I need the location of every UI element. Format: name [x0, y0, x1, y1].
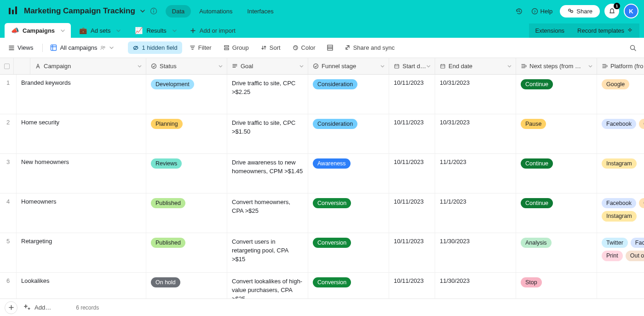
tab-data[interactable]: Data: [166, 5, 191, 18]
history-icon[interactable]: [512, 4, 527, 18]
cell-start-date[interactable]: 10/11/2023: [389, 75, 435, 114]
cell-campaign[interactable]: Homeowners: [17, 193, 146, 233]
select-all-checkbox[interactable]: [0, 58, 14, 74]
share-sync-button[interactable]: Share and sync: [340, 41, 399, 54]
views-menu-button[interactable]: Views: [5, 41, 37, 54]
cell-start-date[interactable]: 10/11/2023: [389, 273, 435, 298]
chevron-down-icon[interactable]: [137, 64, 142, 69]
sort-button[interactable]: Sort: [256, 41, 285, 54]
search-button[interactable]: [627, 41, 639, 54]
share-button[interactable]: Share: [560, 5, 600, 18]
cell-start-date[interactable]: 10/11/2023: [389, 154, 435, 193]
cell-funnel[interactable]: Consideration: [308, 75, 389, 114]
cell-campaign[interactable]: Branded keywords: [17, 75, 146, 114]
cell-platform[interactable]: Instagram: [597, 154, 644, 193]
cell-platform[interactable]: TwitterFacelPrintOut of h: [597, 233, 644, 272]
column-end-date[interactable]: End date: [435, 58, 516, 74]
cell-next-steps[interactable]: Continue: [516, 75, 597, 114]
table-tab-ad-sets[interactable]: 💼Ad sets: [73, 23, 126, 38]
table-tab-campaigns[interactable]: 📣Campaigns: [5, 23, 71, 38]
cell-status[interactable]: On hold: [146, 273, 227, 298]
cell-goal[interactable]: Convert homeowners, CPA >$25: [227, 193, 308, 233]
filter-button[interactable]: Filter: [185, 41, 216, 54]
table-row[interactable]: 4HomeownersPublishedConvert homeowners, …: [0, 193, 644, 233]
table-row[interactable]: 6LookalikesOn holdConvert lookalikes of …: [0, 273, 644, 298]
cell-end-date[interactable]: 11/1/2023: [435, 193, 516, 233]
row-height-button[interactable]: [323, 41, 337, 54]
cell-end-date[interactable]: 11/30/2023: [435, 233, 516, 272]
cell-next-steps[interactable]: Continue: [516, 154, 597, 193]
cell-next-steps[interactable]: Continue: [516, 193, 597, 233]
cell-status[interactable]: Development: [146, 75, 227, 114]
avatar[interactable]: K: [624, 4, 638, 18]
cell-next-steps[interactable]: Pause: [516, 114, 597, 153]
cell-campaign[interactable]: Home security: [17, 114, 146, 153]
tab-automations[interactable]: Automations: [193, 5, 239, 18]
cell-funnel[interactable]: Conversion: [308, 273, 389, 298]
column-next-steps[interactable]: Next steps (from …: [516, 58, 597, 74]
column-funnel[interactable]: Funnel stage: [308, 58, 389, 74]
cell-status[interactable]: Published: [146, 233, 227, 272]
chevron-down-icon[interactable]: [426, 64, 431, 69]
table-tab-results[interactable]: 📈Results: [128, 23, 182, 38]
cell-goal[interactable]: Drive awareness to new homeowners, CPM >…: [227, 154, 308, 193]
cell-goal[interactable]: Drive traffic to site, CPC >$1.50: [227, 114, 308, 153]
cell-campaign[interactable]: Retargeting: [17, 233, 146, 272]
cell-status[interactable]: Planning: [146, 114, 227, 153]
cell-goal[interactable]: Convert lookalikes of high-value purchas…: [227, 273, 308, 298]
cell-funnel[interactable]: Conversion: [308, 193, 389, 233]
column-campaign[interactable]: Campaign: [30, 58, 146, 74]
chevron-down-icon[interactable]: [116, 28, 121, 33]
table-row[interactable]: 3New homeownersReviewsDrive awareness to…: [0, 154, 644, 193]
hidden-fields-button[interactable]: 1 hidden field: [128, 41, 182, 54]
cell-end-date[interactable]: 10/31/2023: [435, 75, 516, 114]
help-button[interactable]: ? Help: [531, 8, 553, 15]
cell-status[interactable]: Reviews: [146, 154, 227, 193]
group-button[interactable]: Group: [219, 41, 253, 54]
chevron-down-icon[interactable]: [380, 64, 385, 69]
cell-goal[interactable]: Drive traffic to site, CPC >$2.25: [227, 75, 308, 114]
chevron-down-icon[interactable]: [507, 64, 512, 69]
cell-campaign[interactable]: New homeowners: [17, 154, 146, 193]
add-or-import-button[interactable]: Add or import: [184, 23, 241, 38]
table-row[interactable]: 2Home securityPlanningDrive traffic to s…: [0, 114, 644, 154]
cell-next-steps[interactable]: Stop: [516, 273, 597, 298]
table-row[interactable]: 1Branded keywordsDevelopmentDrive traffi…: [0, 75, 644, 114]
color-button[interactable]: Color: [288, 41, 320, 54]
cell-platform[interactable]: FacebookGo: [597, 114, 644, 153]
column-goal[interactable]: Goal: [227, 58, 308, 74]
cell-start-date[interactable]: 10/11/2023: [389, 233, 435, 272]
cell-end-date[interactable]: 11/1/2023: [435, 154, 516, 193]
cell-next-steps[interactable]: Analysis: [516, 233, 597, 272]
record-templates-button[interactable]: Record templates: [571, 23, 639, 38]
cell-platform[interactable]: [597, 273, 644, 298]
base-title[interactable]: Marketing Campaign Tracking: [24, 6, 135, 16]
chevron-down-icon[interactable]: [60, 28, 65, 33]
column-start-date[interactable]: Start d…: [389, 58, 435, 74]
cell-status[interactable]: Published: [146, 193, 227, 233]
chevron-down-icon[interactable]: [140, 8, 145, 14]
cell-platform[interactable]: Google: [597, 75, 644, 114]
column-platform[interactable]: Platform (fro…: [597, 58, 644, 74]
cell-funnel[interactable]: Consideration: [308, 114, 389, 153]
tab-interfaces[interactable]: Interfaces: [241, 5, 280, 18]
cell-platform[interactable]: FacebookGoInstagram: [597, 193, 644, 233]
table-row[interactable]: 5RetargetingPublishedConvert users in re…: [0, 233, 644, 273]
cell-funnel[interactable]: Conversion: [308, 233, 389, 272]
column-status[interactable]: Status: [146, 58, 227, 74]
extensions-button[interactable]: Extensions: [529, 23, 571, 38]
info-icon[interactable]: [150, 7, 157, 15]
cell-campaign[interactable]: Lookalikes: [17, 273, 146, 298]
cell-funnel[interactable]: Awareness: [308, 154, 389, 193]
cell-start-date[interactable]: 10/11/2023: [389, 114, 435, 153]
current-view[interactable]: All campaigns: [48, 42, 116, 53]
chevron-down-icon[interactable]: [299, 64, 304, 69]
cell-goal[interactable]: Convert users in retargeting pool, CPA >…: [227, 233, 308, 272]
cell-start-date[interactable]: 10/11/2023: [389, 193, 435, 233]
cell-end-date[interactable]: 10/31/2023: [435, 114, 516, 153]
add-row-button[interactable]: [5, 301, 17, 314]
notifications-button[interactable]: 1: [604, 4, 619, 18]
chevron-down-icon[interactable]: [172, 28, 177, 33]
add-extension-button[interactable]: Add…: [24, 304, 51, 311]
cell-end-date[interactable]: 11/30/2023: [435, 273, 516, 298]
